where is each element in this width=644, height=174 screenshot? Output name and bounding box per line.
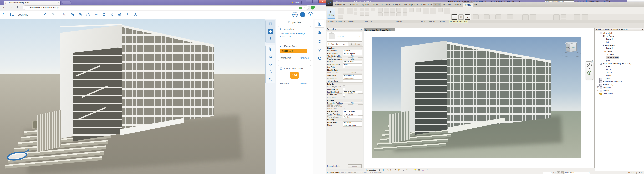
tree-item[interactable]: -3D Views	[596, 50, 644, 53]
property-value[interactable]: Edit...	[343, 102, 363, 104]
worksets-dialog-icon[interactable]: ▤	[557, 171, 560, 174]
panel-label-view[interactable]: View	[419, 20, 428, 23]
navbar-close-icon[interactable]: ×	[591, 60, 594, 63]
modify-select-button[interactable]: Modify	[327, 8, 335, 19]
navbar-caret-icon[interactable]: ▾	[586, 68, 593, 69]
ribbon-tab-manage[interactable]: Manage	[442, 3, 452, 7]
3d-view-icon[interactable]	[268, 29, 273, 34]
tree-item[interactable]: Street Level	[596, 56, 644, 59]
bookmark-star-icon[interactable]: ☆	[304, 6, 306, 9]
materials-tab-icon[interactable]	[315, 29, 324, 37]
tree-item[interactable]: Sheets (all)	[596, 83, 644, 86]
visual-style-icon[interactable]: ◧	[382, 169, 384, 171]
thin-lines-icon[interactable]: ≡	[362, 0, 363, 2]
property-value[interactable]: Architectural	[343, 60, 363, 63]
properties-tab-icon[interactable]	[315, 20, 324, 28]
tree-item[interactable]: +Families	[596, 86, 644, 89]
browser-profile-button[interactable]: Tobias	[290, 1, 302, 4]
crop-view-icon[interactable]: ▤	[398, 169, 400, 171]
zoom-extents-icon[interactable]	[268, 77, 273, 82]
tree-item[interactable]: 3D View 1	[596, 53, 644, 56]
drag-select-icon[interactable]: ➤	[638, 171, 640, 174]
palette-close-icon[interactable]: ×	[361, 28, 362, 30]
switch-windows-icon[interactable]: ▣▾	[366, 0, 369, 2]
zoom-tool-icon[interactable]: ⊕	[588, 71, 591, 75]
panel-label-properties[interactable]: Properties	[336, 20, 346, 23]
revit-app-button[interactable]: R	[326, 0, 333, 6]
show-rendering-dialog-icon[interactable]: ⛃	[394, 169, 396, 171]
type-selector[interactable]: 3D View ▾	[327, 32, 362, 42]
tab-close-icon[interactable]: ×	[58, 2, 59, 4]
ribbon-tab-structure[interactable]: Structure	[348, 3, 360, 7]
tag-icon[interactable]: ◇	[352, 0, 353, 2]
palette-group-header[interactable]: Identity Data«	[326, 69, 363, 71]
tree-item[interactable]: Site	[596, 41, 644, 44]
walkthrough-icon[interactable]	[268, 36, 273, 42]
subscription-key-icon[interactable]: ⚿	[578, 0, 579, 2]
property-value[interactable]: 8' 5 87/256"	[343, 113, 363, 115]
help-icon[interactable]: ?	[606, 0, 608, 2]
account-name[interactable]: tobias.hathor...	[589, 0, 600, 2]
panel-label-modify[interactable]: Modify	[379, 20, 419, 23]
property-value[interactable]: Show All	[343, 121, 363, 124]
sync-icon[interactable]: ⌂	[339, 0, 340, 2]
viewcube-front-face[interactable]: FRONT	[566, 43, 570, 52]
palette-header[interactable]: Properties ×	[326, 28, 363, 31]
settings-gear-icon[interactable]: ⚙	[102, 12, 106, 17]
panel-label-raytrace[interactable]: Interactive Ray Trace	[449, 20, 468, 23]
panel-label-create[interactable]: Create	[438, 20, 449, 23]
ribbon-display-toggle-icon[interactable]: ⊡▾	[473, 3, 479, 7]
default-3d-view-icon[interactable]: ◈▾	[356, 0, 358, 2]
browser-minimize-button[interactable]: –	[306, 0, 312, 3]
panel-label-select[interactable]: Select▾	[326, 20, 336, 23]
redo-icon[interactable]: ↷	[51, 12, 56, 17]
favorites-star-icon[interactable]: ☆	[583, 0, 584, 2]
ribbon-tab-collaborate[interactable]: Collaborate	[420, 3, 434, 7]
export-icon[interactable]	[133, 12, 138, 17]
displaced-elements-icon[interactable]: ◬	[422, 169, 424, 171]
dimension-icon[interactable]: ↔	[348, 0, 349, 2]
tree-item[interactable]: East	[596, 65, 644, 68]
pro-badge[interactable]: PRO	[292, 12, 298, 17]
viewcube-compass-ring[interactable]	[561, 52, 581, 57]
property-value[interactable]	[343, 105, 363, 107]
properties-help-link[interactable]: Properties help	[327, 165, 340, 167]
palette-group-header[interactable]: Phasing«	[326, 118, 363, 121]
project-browser-header[interactable]: Project Browser - Courtyard_Revit.rvt ×	[596, 28, 644, 31]
property-value[interactable]: ✓	[343, 96, 363, 99]
tree-item[interactable]: Schedules/Quantities	[596, 80, 644, 83]
revit-drawing-area[interactable]: Interactive Ray Trace Mode F	[364, 28, 595, 168]
palette-group-header[interactable]: Graphics«	[326, 46, 363, 49]
user-avatar[interactable]: 👤	[300, 12, 305, 17]
browser-tab[interactable]: f Autodesk® FormIt | Think ×	[4, 1, 61, 5]
revit-restore-button[interactable]: ❐	[633, 0, 638, 3]
browser-maximize-button[interactable]: ❐	[312, 0, 318, 3]
levels-badge-icon[interactable]	[117, 12, 122, 17]
ribbon-tab-insert[interactable]: Insert	[371, 3, 380, 7]
help-caret-icon[interactable]: ▾	[609, 0, 610, 2]
location-pin-icon[interactable]	[110, 12, 114, 17]
property-value[interactable]: Edit...	[343, 55, 363, 58]
tree-item[interactable]: +Groups	[596, 89, 644, 92]
exclude-options-icon[interactable]: ⚯	[628, 171, 630, 174]
2d-view-icon[interactable]	[268, 21, 273, 26]
section-tab-icon[interactable]	[315, 46, 324, 54]
viewcube[interactable]: FRONT RIGHT	[566, 43, 577, 52]
measure-icon[interactable]: ∕	[350, 0, 350, 2]
account-icon[interactable]: 👤	[586, 0, 588, 2]
view-instance-selector[interactable]: 3D View: Street Level▾	[327, 42, 348, 46]
tree-item[interactable]: Level 1	[596, 47, 644, 50]
site-area-value[interactable]: 10,000 sf	[300, 82, 310, 85]
energy-shape-icon[interactable]	[78, 12, 82, 17]
select-arrow-icon[interactable]	[268, 46, 273, 52]
tree-item[interactable]: -Views (all)	[596, 32, 644, 35]
scale-label[interactable]: Perspective	[366, 169, 376, 171]
browser-menu-icon[interactable]	[318, 6, 322, 9]
property-value[interactable]: ✓	[343, 107, 363, 110]
property-value[interactable]: Medium	[343, 49, 363, 52]
text-icon[interactable]: A	[354, 0, 355, 2]
formit-logo[interactable]: f	[2, 12, 4, 17]
design-options-dropdown[interactable]: Main Model▾	[564, 171, 590, 174]
orbit-icon[interactable]	[268, 54, 273, 59]
address-bar[interactable]: formit360.autodesk.com/app/ ☆	[23, 5, 309, 10]
